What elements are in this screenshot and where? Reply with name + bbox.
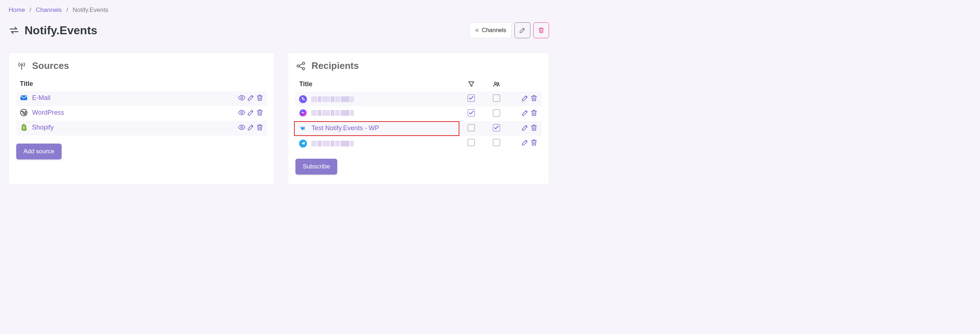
redacted-text [311,110,355,116]
edit-action[interactable] [247,94,255,102]
recipient-row: Test Notify.Events - WP [296,121,541,136]
source-label: Shopify [32,124,54,131]
breadcrumb-current: Notify.Events [73,6,108,13]
header-actions: Channels [469,22,549,38]
page-title-text: Notify.Events [24,24,97,37]
source-row: Shopify [16,121,267,136]
breadcrumb-sep: / [30,6,31,13]
view-action[interactable] [238,123,246,131]
filter-icon [467,80,475,88]
source-link[interactable]: E-Mail [20,94,51,102]
recipient-label: Test Notify.Events - WP [311,125,379,132]
recipient-row [296,136,541,151]
edit-action[interactable] [521,109,529,117]
edit-action[interactable] [247,109,255,117]
group-check-cell [484,121,509,136]
delete-action[interactable] [530,124,538,132]
checkbox-checked[interactable] [468,109,475,117]
group-check-cell [484,92,509,106]
share-icon [296,61,306,72]
messenger-icon [299,109,307,117]
shopify-icon [20,123,28,131]
source-actions [221,121,267,136]
svg-point-9 [495,82,497,85]
checkbox-checked[interactable] [493,124,500,131]
delete-action[interactable] [530,139,538,147]
recipients-heading-text: Recipients [311,60,359,72]
delete-action[interactable] [256,94,264,102]
source-actions [221,106,267,121]
view-action[interactable] [238,94,246,102]
checkbox-unchecked[interactable] [493,94,500,102]
checkbox-unchecked[interactable] [468,139,475,146]
recipients-column-title: Title [296,78,459,92]
redacted-text [311,96,355,102]
sources-heading: Sources [16,60,267,72]
delete-channel-button[interactable] [533,22,549,38]
channels-button[interactable]: Channels [469,22,512,38]
group-check-cell [484,136,509,151]
page-header: Notify.Events Channels [9,22,549,38]
checkbox-unchecked[interactable] [493,139,500,146]
edit-icon [519,27,526,34]
edit-action[interactable] [521,124,529,132]
svg-point-4 [241,112,243,113]
checkbox-unchecked[interactable] [468,124,475,131]
recipient-actions [509,121,541,136]
svg-point-10 [498,83,499,84]
group-icon [493,80,500,88]
breadcrumb-home[interactable]: Home [9,6,25,13]
wordpress-icon [20,109,28,117]
recipient-row [296,92,541,106]
breadcrumb: Home / Channels / Notify.Events [9,6,549,14]
vk-icon [299,125,307,133]
delete-action[interactable] [256,109,264,117]
checkbox-unchecked[interactable] [493,109,500,117]
source-link[interactable]: Shopify [20,123,54,131]
breadcrumb-channels[interactable]: Channels [36,6,62,13]
recipient-actions [509,136,541,151]
subscribe-button[interactable]: Subscribe [296,159,337,174]
recipient-link[interactable] [299,109,355,117]
filter-check-cell [459,136,484,151]
edit-action[interactable] [521,139,529,147]
recipient-link[interactable] [299,140,355,147]
sources-column-title: Title [16,78,221,91]
channels-button-label: Channels [482,27,506,34]
edit-channel-button[interactable] [514,22,530,38]
viber-icon [299,95,307,103]
group-column-header [484,78,509,92]
source-link[interactable]: WordPress [20,109,64,117]
source-row: WordPress [16,106,267,121]
sources-heading-text: Sources [32,60,69,72]
telegram-icon [299,140,307,147]
filter-check-cell [459,121,484,136]
delete-action[interactable] [256,123,264,131]
trash-icon [538,27,545,34]
svg-point-5 [241,126,243,128]
delete-action[interactable] [530,94,538,102]
checkbox-checked[interactable] [468,94,475,102]
edit-action[interactable] [247,123,255,131]
source-label: WordPress [32,109,64,117]
breadcrumb-sep: / [66,6,68,13]
swap-icon [9,25,19,36]
delete-action[interactable] [530,109,538,117]
filter-column-header [459,78,484,92]
add-source-button[interactable]: Add source [16,144,62,160]
view-action[interactable] [238,109,246,117]
email-icon [20,94,28,102]
group-check-cell [484,106,509,121]
recipient-link[interactable] [299,95,355,103]
sources-table: Title E-MailWordPressShopify [16,78,267,136]
sources-card: Sources Title E-MailWordPressShopify Add… [9,53,275,184]
recipients-heading: Recipients [296,60,541,72]
recipient-link[interactable]: Test Notify.Events - WP [299,125,379,133]
page-title: Notify.Events [9,24,97,37]
source-actions [221,91,267,106]
source-label: E-Mail [32,94,51,102]
broadcast-icon [16,61,27,72]
recipient-actions [509,92,541,106]
recipient-actions [509,106,541,121]
edit-action[interactable] [521,94,529,102]
